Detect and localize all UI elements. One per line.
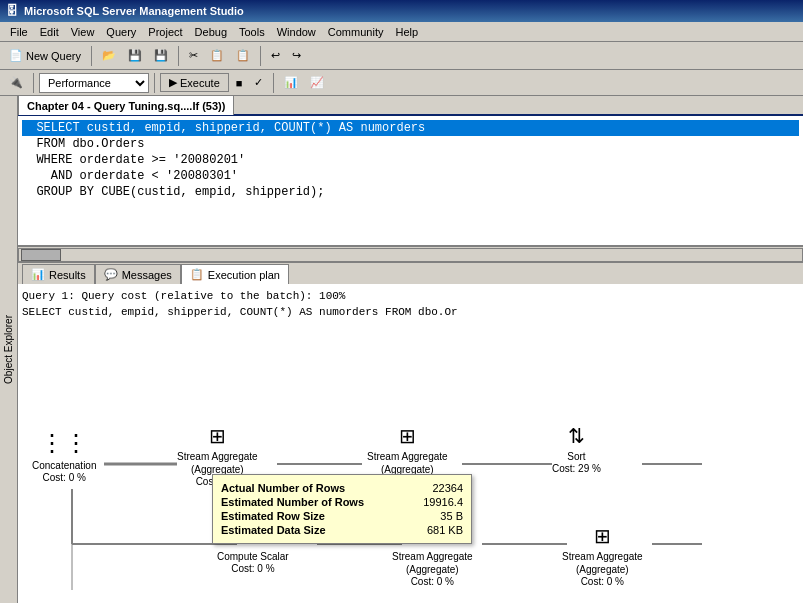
menu-bar: File Edit View Query Project Debug Tools… <box>0 22 803 42</box>
concatenation-label: Concatenation <box>32 459 97 472</box>
include-plan-button[interactable]: 📊 <box>279 73 303 92</box>
connect-icon: 🔌 <box>9 76 23 89</box>
stream-agg-2-icon: ⊞ <box>367 424 448 448</box>
sort-cost: Cost: 29 % <box>552 463 601 474</box>
compute-scalar-1-cost: Cost: 0 % <box>217 563 289 574</box>
execution-plan-tab[interactable]: 📋 Execution plan <box>181 264 289 284</box>
tooltip-value-4: 681 KB <box>427 524 463 536</box>
stream-agg-2-label: Stream Aggregate(Aggregate) <box>367 450 448 476</box>
stream-agg-3-cost: Cost: 0 % <box>392 576 473 587</box>
new-query-icon: 📄 <box>9 49 23 62</box>
content-area: Chapter 04 - Query Tuning.sq....If (53))… <box>18 96 803 603</box>
tooltip-row-3: Estimated Row Size 35 B <box>221 509 463 523</box>
menu-edit[interactable]: Edit <box>34 24 65 40</box>
tooltip-value-1: 22364 <box>432 482 463 494</box>
results-tab[interactable]: 📊 Results <box>22 264 95 284</box>
parse-button[interactable]: ✓ <box>249 73 268 92</box>
menu-window[interactable]: Window <box>271 24 322 40</box>
menu-tools[interactable]: Tools <box>233 24 271 40</box>
toolbar-separator-1 <box>91 46 92 66</box>
messages-tab-label: Messages <box>122 269 172 281</box>
sort-node[interactable]: ⇅ Sort Cost: 29 % <box>552 424 601 474</box>
toolbar2-sep3 <box>273 73 274 93</box>
copy-button[interactable]: 📋 <box>205 46 229 65</box>
compute-scalar-1-label: Compute Scalar <box>217 550 289 563</box>
stop-button[interactable]: ■ <box>231 74 248 92</box>
toolbar-separator-3 <box>260 46 261 66</box>
menu-file[interactable]: File <box>4 24 34 40</box>
query-tab-bar: Chapter 04 - Query Tuning.sq....If (53)) <box>18 96 803 116</box>
concatenation-node[interactable]: ⋮⋮ Concatenation Cost: 0 % <box>32 429 97 483</box>
save-all-icon: 💾 <box>154 49 168 62</box>
tooltip-row-2: Estimated Number of Rows 19916.4 <box>221 495 463 509</box>
undo-button[interactable]: ↩ <box>266 46 285 65</box>
node-tooltip: Actual Number of Rows 22364 Estimated Nu… <box>212 474 472 544</box>
toolbar-1: 📄 New Query 📂 💾 💾 ✂ 📋 📋 ↩ ↪ <box>0 42 803 70</box>
include-stats-button[interactable]: 📈 <box>305 73 329 92</box>
tooltip-label-1: Actual Number of Rows <box>221 482 345 494</box>
stats-icon: 📈 <box>310 76 324 89</box>
database-dropdown[interactable]: Performance <box>39 73 149 93</box>
undo-icon: ↩ <box>271 49 280 62</box>
menu-community[interactable]: Community <box>322 24 390 40</box>
save-button[interactable]: 💾 <box>123 46 147 65</box>
cut-button[interactable]: ✂ <box>184 46 203 65</box>
new-query-label: New Query <box>26 50 81 62</box>
main-area: Object Explorer Chapter 04 - Query Tunin… <box>0 96 803 603</box>
toolbar2-sep <box>33 73 34 93</box>
query-tab-label: Chapter 04 - Query Tuning.sq....If (53)) <box>27 100 225 112</box>
stream-agg-4-icon: ⊞ <box>562 524 643 548</box>
sql-line-3: WHERE orderdate >= '20080201' <box>22 152 799 168</box>
query-tab-item[interactable]: Chapter 04 - Query Tuning.sq....If (53)) <box>18 95 234 115</box>
concatenation-icon: ⋮⋮ <box>32 429 97 457</box>
redo-button[interactable]: ↪ <box>287 46 306 65</box>
paste-icon: 📋 <box>236 49 250 62</box>
new-query-button[interactable]: 📄 New Query <box>4 46 86 65</box>
sql-editor[interactable]: SELECT custid, empid, shipperid, COUNT(*… <box>18 116 803 246</box>
tooltip-label-3: Estimated Row Size <box>221 510 325 522</box>
connect-button[interactable]: 🔌 <box>4 73 28 92</box>
sql-line-2: FROM dbo.Orders <box>22 136 799 152</box>
sort-icon: ⇅ <box>552 424 601 448</box>
parse-icon: ✓ <box>254 76 263 89</box>
plan-header-line2: SELECT custid, empid, shipperid, COUNT(*… <box>22 304 799 320</box>
execute-button[interactable]: ▶ Execute <box>160 73 229 92</box>
horizontal-scrollbar[interactable] <box>18 246 803 262</box>
menu-view[interactable]: View <box>65 24 101 40</box>
plan-icon: 📊 <box>284 76 298 89</box>
execute-label: Execute <box>180 77 220 89</box>
object-explorer-sidebar: Object Explorer <box>0 96 18 603</box>
toolbar-2: 🔌 Performance ▶ Execute ■ ✓ 📊 📈 <box>0 70 803 96</box>
menu-query[interactable]: Query <box>100 24 142 40</box>
sql-line-5: GROUP BY CUBE(custid, empid, shipperid); <box>22 184 799 200</box>
redo-icon: ↪ <box>292 49 301 62</box>
menu-project[interactable]: Project <box>142 24 188 40</box>
tooltip-label-2: Estimated Number of Rows <box>221 496 364 508</box>
stream-agg-4-node[interactable]: ⊞ Stream Aggregate(Aggregate) Cost: 0 % <box>562 524 643 587</box>
execution-plan-icon: 📋 <box>190 268 204 281</box>
app-icon: 🗄 <box>6 4 18 18</box>
stream-agg-4-label: Stream Aggregate(Aggregate) <box>562 550 643 576</box>
tooltip-label-4: Estimated Data Size <box>221 524 326 536</box>
menu-debug[interactable]: Debug <box>189 24 233 40</box>
open-icon: 📂 <box>102 49 116 62</box>
app-title: Microsoft SQL Server Management Studio <box>24 5 244 17</box>
save-all-button[interactable]: 💾 <box>149 46 173 65</box>
plan-header-line1: Query 1: Query cost (relative to the bat… <box>22 288 799 304</box>
results-tab-icon: 📊 <box>31 268 45 281</box>
plan-header: Query 1: Query cost (relative to the bat… <box>22 288 799 320</box>
toolbar2-sep2 <box>154 73 155 93</box>
toolbar-separator-2 <box>178 46 179 66</box>
open-button[interactable]: 📂 <box>97 46 121 65</box>
execute-play-icon: ▶ <box>169 76 177 89</box>
menu-help[interactable]: Help <box>389 24 424 40</box>
object-explorer-label: Object Explorer <box>3 315 14 384</box>
paste-button[interactable]: 📋 <box>231 46 255 65</box>
stream-agg-3-label: Stream Aggregate(Aggregate) <box>392 550 473 576</box>
stop-icon: ■ <box>236 77 243 89</box>
results-tab-label: Results <box>49 269 86 281</box>
results-tab-bar: 📊 Results 💬 Messages 📋 Execution plan <box>18 262 803 284</box>
plan-diagram[interactable]: ⋮⋮ Concatenation Cost: 0 % ⊞ Stream Aggr… <box>22 324 799 590</box>
messages-tab[interactable]: 💬 Messages <box>95 264 181 284</box>
stream-agg-1-icon: ⊞ <box>177 424 258 448</box>
